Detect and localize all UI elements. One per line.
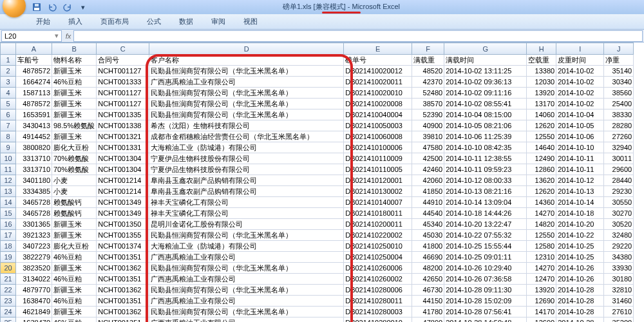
cell[interactable]: 广西惠禹粮油工业有限公司: [149, 274, 344, 285]
cell[interactable]: 广西惠禹粮油工业有限公司: [149, 296, 344, 307]
cell[interactable]: 13920: [527, 88, 556, 99]
cell[interactable]: 2014-10-02 09:36:13: [444, 77, 527, 88]
cell[interactable]: 46%豆粕: [52, 77, 97, 88]
cell[interactable]: 32810: [604, 285, 634, 296]
cell[interactable]: NCHT001350: [97, 219, 149, 230]
cell[interactable]: 赖氨酸钙: [52, 197, 97, 208]
cell[interactable]: 民勤县恒润商贸有限公司（华北玉米黑名单）: [149, 109, 344, 120]
cell[interactable]: 2014-10-11: [556, 164, 604, 175]
header-cell[interactable]: 车船号: [16, 55, 52, 66]
cell[interactable]: 1638470: [16, 296, 52, 307]
cell[interactable]: 新疆玉米: [52, 263, 97, 274]
col-header-C[interactable]: C: [97, 43, 149, 55]
cell[interactable]: 2014-10-26 10:29:40: [444, 263, 527, 274]
cell[interactable]: 41780: [412, 307, 444, 317]
cell[interactable]: 2014-10-28 15:02:09: [444, 296, 527, 307]
cell[interactable]: NCHT001349: [97, 208, 149, 219]
cell[interactable]: 广西惠禹粮油工业有限公司: [149, 77, 344, 88]
cell[interactable]: 2014-10-28 09:11:30: [444, 285, 527, 296]
cell[interactable]: 新疆玉米: [52, 219, 97, 230]
row-header[interactable]: 25: [1, 317, 16, 323]
cell[interactable]: 48520: [412, 66, 444, 77]
formula-input[interactable]: [73, 30, 643, 42]
cell[interactable]: 2014-10-12 08:00:33: [444, 175, 527, 186]
row-header[interactable]: 13: [1, 186, 16, 197]
col-header-J[interactable]: J: [604, 43, 634, 55]
cell[interactable]: 12620: [527, 186, 556, 197]
cell[interactable]: 42370: [412, 77, 444, 88]
cell[interactable]: NCHT001214: [97, 186, 149, 197]
cell[interactable]: 14640: [527, 142, 556, 153]
cell[interactable]: 13170: [527, 99, 556, 109]
cell[interactable]: 47890: [412, 317, 444, 323]
cell[interactable]: NCHT001351: [97, 252, 149, 263]
tab-home[interactable]: 开始: [28, 15, 58, 28]
cell[interactable]: DB021410280010: [344, 317, 412, 323]
cell[interactable]: 广西惠禹粮油工业有限公司: [149, 317, 344, 323]
row-header[interactable]: 15: [1, 208, 16, 219]
cell[interactable]: NCHT001321: [97, 131, 149, 142]
cell[interactable]: 2014-10-05 08:21:06: [444, 120, 527, 131]
cell[interactable]: 2014-10-28: [556, 307, 604, 317]
cell[interactable]: 12310: [527, 252, 556, 263]
cell[interactable]: DB021410250004: [344, 252, 412, 263]
cell[interactable]: 2014-10-13: [556, 186, 604, 197]
cell[interactable]: 38570: [412, 99, 444, 109]
header-cell[interactable]: 磅单号: [344, 55, 412, 66]
col-header-I[interactable]: I: [556, 43, 604, 55]
cell[interactable]: DB021410020010: [344, 88, 412, 99]
cell[interactable]: 42060: [412, 175, 444, 186]
cell[interactable]: 3465728: [16, 197, 52, 208]
cell[interactable]: NCHT001127: [97, 66, 149, 77]
cell[interactable]: 民勤县恒润商贸有限公司（华北玉米黑名单）: [149, 285, 344, 296]
cell[interactable]: NCHT001333: [97, 77, 149, 88]
cell[interactable]: 大海粮油工业（防城港）有限公司: [149, 142, 344, 153]
cell[interactable]: 2014-10-25: [556, 252, 604, 263]
cell[interactable]: 2014-10-26: [556, 263, 604, 274]
cell[interactable]: 2014-10-11 12:38:55: [444, 153, 527, 164]
cell[interactable]: 新疆玉米: [52, 88, 97, 99]
cell[interactable]: 2014-10-25: [556, 241, 604, 252]
cell[interactable]: DB021410260002: [344, 274, 412, 285]
cell[interactable]: 27260: [604, 131, 634, 142]
cell[interactable]: NCHT001351: [97, 274, 149, 285]
cell[interactable]: 46%豆粕: [52, 274, 97, 285]
cell[interactable]: 新疆玉米: [52, 307, 97, 317]
col-header-G[interactable]: G: [444, 43, 527, 55]
cell[interactable]: 44910: [412, 197, 444, 208]
cell[interactable]: DB021410040004: [344, 109, 412, 120]
col-header-F[interactable]: F: [412, 43, 444, 55]
col-header-H[interactable]: H: [527, 43, 556, 55]
cell[interactable]: 新疆玉米: [52, 109, 97, 120]
cell[interactable]: 2014-10-05: [556, 120, 604, 131]
cell[interactable]: 2014-10-02: [556, 77, 604, 88]
row-header[interactable]: 2: [1, 66, 16, 77]
cell[interactable]: 2014-10-28 14:50:48: [444, 317, 527, 323]
cell[interactable]: 42650: [412, 274, 444, 285]
cell[interactable]: 28280: [604, 120, 634, 131]
undo-icon[interactable]: [45, 1, 59, 13]
cell[interactable]: 12620: [527, 120, 556, 131]
cell[interactable]: NCHT001127: [97, 88, 149, 99]
row-header[interactable]: 18: [1, 241, 16, 252]
cell[interactable]: 2014-10-06: [556, 131, 604, 142]
cell[interactable]: 35200: [604, 317, 634, 323]
cell[interactable]: 1664274: [16, 77, 52, 88]
cell[interactable]: 2014-10-20: [556, 219, 604, 230]
cell[interactable]: 12030: [527, 77, 556, 88]
cell[interactable]: 29230: [604, 186, 634, 197]
cell[interactable]: 2014-10-02 09:11:16: [444, 88, 527, 99]
row-header[interactable]: 11: [1, 164, 16, 175]
cell[interactable]: 小麦: [52, 175, 97, 186]
cell[interactable]: NCHT001351: [97, 317, 149, 323]
cell[interactable]: 44150: [412, 296, 444, 307]
cell[interactable]: NCHT001335: [97, 109, 149, 120]
cell[interactable]: 48200: [412, 263, 444, 274]
cell[interactable]: 1587113: [16, 88, 52, 99]
tab-page-layout[interactable]: 页面布局: [93, 15, 137, 28]
tab-insert[interactable]: 插入: [61, 15, 90, 28]
cell[interactable]: 14060: [527, 109, 556, 120]
cell[interactable]: 28440: [604, 175, 634, 186]
cell[interactable]: 2014-10-18 14:44:26: [444, 208, 527, 219]
col-header-E[interactable]: E: [344, 43, 412, 55]
